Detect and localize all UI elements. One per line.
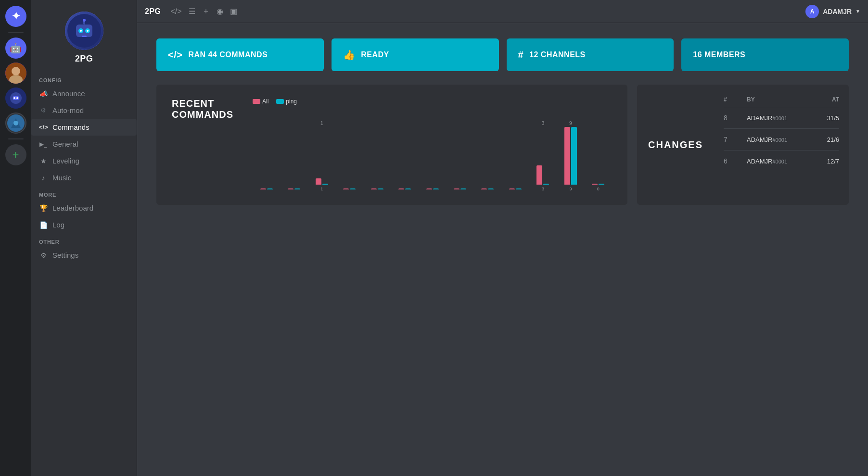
legend-ping-dot: [276, 99, 284, 104]
svg-point-10: [13, 121, 18, 125]
icon-bar-divider: [8, 32, 24, 33]
sidebar-item-music[interactable]: ♪ Music: [31, 169, 137, 186]
topbar-user[interactable]: A ADAMJR ▼: [805, 5, 860, 18]
bar-wrap-9: [509, 132, 522, 189]
bar-wrap-1: [288, 132, 300, 189]
bar-wrap-0: [260, 132, 273, 189]
bar-ping-5: [405, 188, 411, 189]
sidebar-item-label-announce: Announce: [52, 89, 85, 98]
changes-card: CHANGES # BY AT 8 ADAMJR#0001 31/5 7 ADA…: [637, 85, 849, 205]
bar-all-12: [592, 184, 598, 185]
topbar-icons: </> ☰ ＋ ◉ ▣: [171, 6, 237, 16]
leveling-icon: ★: [39, 157, 48, 165]
topbar-title: 2PG: [145, 7, 161, 16]
chart-content: All ping 1133990: [253, 98, 612, 191]
changes-discriminator-0: #0001: [772, 115, 787, 121]
bar-label-12: 0: [597, 187, 600, 191]
bar-all-4: [371, 188, 377, 189]
bar-group-7: [446, 131, 473, 191]
sidebar-item-leaderboard[interactable]: 🏆 Leaderboard: [31, 200, 137, 216]
changes-num-2: 6: [724, 157, 743, 165]
sidebar-item-label-leaderboard: Leaderboard: [52, 204, 93, 212]
bar-wrap-7: [454, 132, 466, 189]
changes-title-col: CHANGES: [637, 85, 714, 205]
sidebar-item-label-general: General: [52, 140, 78, 148]
server-icon-2[interactable]: [5, 63, 26, 84]
legend-all-dot: [253, 99, 260, 104]
sidebar-item-settings[interactable]: ⚙ Settings: [31, 247, 137, 263]
leaderboard-icon: 🏆: [39, 204, 48, 212]
server-avatar-4: [7, 114, 25, 132]
sidebar-section-more: MORE 🏆 Leaderboard 📄 Log: [31, 186, 137, 233]
bar-group-6: [419, 131, 446, 191]
svg-point-15: [80, 30, 82, 32]
stat-commands-icon: </>: [168, 50, 182, 61]
changes-at-2: 12/7: [801, 158, 839, 165]
col-header-by: BY: [747, 96, 797, 103]
bar-wrap-11: [564, 127, 577, 185]
code-icon[interactable]: </>: [171, 7, 182, 16]
bar-chart: 1133990: [253, 114, 612, 191]
sidebar-item-label-leveling: Leveling: [52, 157, 79, 165]
bar-wrap-10: [536, 127, 549, 185]
changes-title: CHANGES: [648, 139, 703, 150]
sidebar-item-leveling[interactable]: ★ Leveling: [31, 152, 137, 169]
save-icon[interactable]: ☰: [189, 7, 195, 16]
chart-title-block: RECENTCOMMANDS: [172, 98, 233, 128]
plus-icon[interactable]: ＋: [202, 6, 210, 16]
stat-card-channels[interactable]: # 12 CHANNELS: [507, 38, 674, 71]
user-name: ADAMJR: [823, 8, 852, 15]
chart-legend: All ping: [253, 98, 612, 105]
bar-all-9: [509, 188, 515, 189]
bar-group-3: [335, 131, 363, 191]
bar-ping-7: [460, 188, 466, 189]
bar-all-2: [316, 178, 321, 185]
sidebar-section-label-other: OTHER: [31, 233, 137, 247]
svg-point-6: [13, 97, 15, 99]
table-row: 6 ADAMJR#0001 12/7: [724, 150, 839, 172]
sidebar-item-label-music: Music: [52, 174, 71, 182]
sidebar-item-log[interactable]: 📄 Log: [31, 216, 137, 233]
github-icon[interactable]: ◉: [217, 7, 223, 16]
bar-label-11: 9: [569, 187, 572, 191]
discord-home-icon[interactable]: ✦: [5, 6, 26, 27]
changes-rows: 8 ADAMJR#0001 31/5 7 ADAMJR#0001 21/6 6 …: [724, 107, 839, 172]
sidebar-item-commands[interactable]: </> Commands: [31, 119, 137, 136]
bar-value-10: 3: [542, 121, 545, 126]
bar-wrap-8: [481, 132, 494, 189]
changes-at-1: 21/6: [801, 136, 839, 143]
sidebar-item-general[interactable]: ▶_ General: [31, 136, 137, 152]
sidebar-section-config: CONFIG 📣 Announce ⚙ Auto-mod </> Command…: [31, 72, 137, 186]
chat-icon[interactable]: ▣: [230, 7, 237, 16]
bar-label-10: 3: [542, 187, 544, 191]
sidebar-item-automod[interactable]: ⚙ Auto-mod: [31, 102, 137, 119]
stat-card-commands[interactable]: </> RAN 44 COMMANDS: [156, 38, 324, 71]
stat-commands-label: RAN 44 COMMANDS: [188, 50, 268, 59]
table-row: 8 ADAMJR#0001 31/5: [724, 107, 839, 129]
svg-rect-17: [82, 36, 87, 37]
server-icon-4[interactable]: [5, 113, 26, 134]
server-icon-1[interactable]: 🤖: [5, 38, 26, 59]
sidebar-item-label-commands: Commands: [52, 123, 89, 131]
legend-ping: ping: [276, 98, 297, 105]
bar-all-6: [426, 188, 432, 189]
legend-all: All: [253, 98, 268, 105]
main-content: </> RAN 44 COMMANDS 👍 READY # 12 CHANNEL…: [137, 23, 868, 476]
bar-all-1: [288, 188, 294, 189]
user-avatar: A: [805, 5, 819, 18]
stat-card-ready[interactable]: 👍 READY: [332, 38, 499, 71]
bar-all-7: [454, 188, 460, 189]
changes-discriminator-1: #0001: [772, 137, 787, 143]
sidebar-item-announce[interactable]: 📣 Announce: [31, 85, 137, 102]
add-server-button[interactable]: +: [5, 144, 26, 165]
bar-group-5: [391, 131, 418, 191]
col-header-num: #: [724, 96, 743, 103]
bar-group-11: 99: [557, 121, 584, 191]
sidebar-item-label-settings: Settings: [52, 251, 78, 259]
announce-icon: 📣: [39, 90, 48, 98]
log-icon: 📄: [39, 221, 48, 229]
stat-card-members[interactable]: 16 MEMBERS: [681, 38, 849, 71]
server-icon-3[interactable]: [5, 88, 26, 109]
sidebar-section-label-more: MORE: [31, 186, 137, 200]
bar-group-12: 0: [585, 126, 612, 191]
